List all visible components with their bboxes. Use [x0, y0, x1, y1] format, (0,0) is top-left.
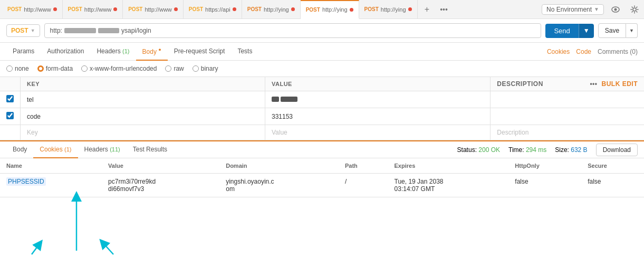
save-button[interactable]: Save	[598, 23, 626, 38]
option-binary-label: binary	[201, 65, 218, 72]
tab-4[interactable]: POST https://api	[184, 0, 242, 19]
row2-checkbox[interactable]	[6, 112, 14, 119]
svg-point-2	[633, 8, 636, 11]
cookie-httponly: false	[508, 174, 581, 197]
tab-3[interactable]: POST http://www	[123, 0, 184, 19]
row2-description[interactable]	[491, 108, 644, 125]
row3-value-placeholder[interactable]: Value	[265, 125, 490, 140]
bulk-edit-button[interactable]: Bulk Edit	[602, 80, 638, 88]
more-tabs-button[interactable]: •••	[437, 2, 451, 17]
env-area: No Environment ▼	[542, 2, 642, 17]
tab-dot-1	[53, 7, 57, 11]
row1-description[interactable]	[491, 91, 644, 108]
send-dropdown-button[interactable]: ▼	[579, 24, 594, 38]
row1-checkbox[interactable]	[6, 95, 14, 102]
cookie-value: pc7rm3i70rre9kddi66movf7v3	[102, 174, 219, 197]
tab-1[interactable]: POST http://www	[2, 0, 63, 19]
th-key: KEY	[21, 77, 265, 91]
cookie-domain: yingshi.oyaoyin.com	[219, 174, 339, 197]
svg-line-5	[32, 244, 40, 254]
tab-method-6: POST	[306, 7, 320, 13]
tab-params[interactable]: Params	[6, 43, 41, 60]
th-description: DESCRIPTION ••• Bulk Edit	[491, 77, 644, 91]
tab-dot-3	[174, 7, 178, 11]
headers-count-badge: (11)	[110, 146, 120, 153]
option-binary[interactable]: binary	[193, 65, 218, 72]
tab-url-4: https://api	[205, 6, 230, 13]
option-urlencoded[interactable]: x-www-form-urlencoded	[81, 65, 157, 72]
code-link[interactable]: Code	[576, 48, 591, 55]
response-tab-cookies[interactable]: Cookies (1)	[33, 141, 78, 158]
add-tab-button[interactable]: +	[420, 2, 435, 17]
tab-dot-2	[113, 7, 117, 11]
table-row: code 331153	[0, 108, 644, 125]
cookie-th-domain: Domain	[219, 158, 339, 174]
row1-key[interactable]: tel	[21, 91, 265, 108]
tab-method-3: POST	[128, 6, 142, 12]
option-raw[interactable]: raw	[165, 65, 184, 72]
tab-headers[interactable]: Headers (1)	[90, 43, 136, 60]
response-tab-headers[interactable]: Headers (11)	[78, 141, 127, 158]
option-none[interactable]: none	[6, 65, 29, 72]
response-tab-body[interactable]: Body	[6, 141, 33, 158]
cookie-table: Name Value Domain Path Expires HttpOnly …	[0, 158, 644, 197]
cookie-th-name: Name	[0, 158, 102, 174]
url-redacted-1	[64, 28, 96, 33]
download-button[interactable]: Download	[596, 144, 638, 156]
save-group: Save ▼	[598, 23, 638, 38]
tab-dot-6	[350, 8, 353, 12]
tab-6[interactable]: POST http://ying	[301, 0, 359, 19]
tab-actions: + •••	[420, 2, 451, 17]
tab-authorization[interactable]: Authorization	[41, 43, 90, 60]
cookie-th-path: Path	[339, 158, 388, 174]
time-value: 294 ms	[526, 146, 546, 154]
tab-method-4: POST	[189, 6, 203, 12]
tab-pre-request[interactable]: Pre-request Script	[168, 43, 232, 60]
option-form-data[interactable]: form-data	[37, 65, 73, 72]
row1-value[interactable]	[265, 91, 490, 108]
environment-select[interactable]: No Environment ▼	[542, 4, 604, 15]
tab-method-7: POST	[364, 6, 379, 12]
th-value: VALUE	[265, 77, 490, 91]
row3-description-placeholder[interactable]: Description	[491, 125, 644, 140]
tab-tests[interactable]: Tests	[231, 43, 258, 60]
method-dropdown-icon: ▼	[31, 28, 35, 33]
tab-method-2: POST	[68, 6, 82, 12]
method-select[interactable]: POST ▼	[6, 24, 40, 37]
more-options-icon[interactable]: •••	[590, 80, 597, 88]
response-tab-test-results[interactable]: Test Results	[127, 141, 174, 158]
row2-value[interactable]: 331153	[265, 108, 490, 125]
tab-dot-4	[233, 7, 236, 11]
url-input[interactable]: http: ysapi/login	[44, 23, 542, 38]
settings-icon-button[interactable]	[627, 2, 642, 17]
cookie-row: PHPSESSID pc7rm3i70rre9kddi66movf7v3 yin…	[0, 174, 644, 197]
radio-raw	[165, 65, 171, 72]
tab-2[interactable]: POST http://www	[63, 0, 123, 19]
cookie-path: /	[339, 174, 388, 197]
save-dropdown-button[interactable]: ▼	[626, 23, 638, 38]
cookie-name: PHPSESSID	[0, 174, 102, 197]
row3-key-placeholder[interactable]: Key	[21, 125, 265, 140]
option-raw-label: raw	[174, 65, 184, 72]
tab-method-5: POST	[247, 6, 262, 12]
tab-5[interactable]: POST http://ying	[242, 0, 301, 19]
row2-key[interactable]: code	[21, 108, 265, 125]
request-sub-tabs: Params Authorization Headers (1) Body ● …	[0, 43, 644, 61]
send-button[interactable]: Send	[545, 24, 578, 38]
cookie-th-value: Value	[102, 158, 219, 174]
tab-body[interactable]: Body ●	[136, 43, 168, 61]
url-prefix: http:	[50, 27, 62, 34]
row1-checkbox-cell	[0, 91, 21, 108]
size-label: Size: 632 B	[555, 146, 587, 154]
tab-method-1: POST	[7, 6, 22, 12]
sub-tab-right-links: Cookies Code Comments (0)	[547, 48, 638, 55]
response-status-bar: Status: 200 OK Time: 294 ms Size: 632 B …	[457, 144, 638, 156]
cookie-th-httponly: HttpOnly	[508, 158, 581, 174]
tab-url-7: http://ying	[381, 6, 406, 13]
row3-checkbox-cell	[0, 125, 21, 140]
radio-urlencoded	[81, 65, 88, 72]
svg-line-6	[103, 243, 113, 254]
tab-7[interactable]: POST http://ying	[359, 0, 418, 19]
eye-icon-button[interactable]	[608, 2, 623, 17]
cookies-link[interactable]: Cookies	[547, 48, 570, 55]
